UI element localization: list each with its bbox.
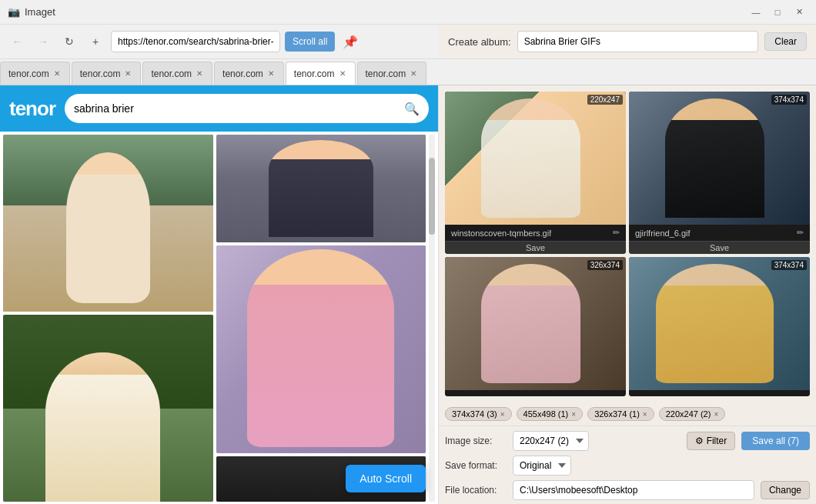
grid-col-2 xyxy=(216,135,426,502)
tab-1-label: tenor.com xyxy=(8,68,49,79)
search-icon[interactable]: 🔍 xyxy=(404,102,420,116)
tab-2-close[interactable]: ✕ xyxy=(123,68,132,78)
scroll-all-button[interactable]: Scroll all xyxy=(285,32,335,52)
size-tag-3-label: 326x374 (1) xyxy=(594,409,640,419)
size-tag-2[interactable]: 455x498 (1) × xyxy=(517,407,584,421)
right-image-3[interactable]: 326x374 xyxy=(445,257,626,390)
tenor-logo: tenor xyxy=(9,97,55,121)
image-1-meta: winstonscoven-tqmbers.gif ✏ xyxy=(445,225,626,241)
file-location-row: File location: Change xyxy=(445,480,810,500)
image-size-label: Image size: xyxy=(445,436,507,446)
size-tag-2-label: 455x498 (1) xyxy=(523,409,569,419)
save-button-1[interactable]: Save xyxy=(445,241,626,254)
auto-scroll-button[interactable]: Auto Scroll xyxy=(346,465,426,492)
bottom-controls: Image size: 220x247 (2) 374x374 (3) 455x… xyxy=(439,426,816,504)
size-tags: 374x374 (3) × 455x498 (1) × 326x374 (1) … xyxy=(439,402,816,426)
scrollbar-thumb[interactable] xyxy=(429,158,435,235)
size-tag-3[interactable]: 326x374 (1) × xyxy=(587,407,654,421)
app-title: Imaget xyxy=(25,6,55,18)
size-tag-2-remove[interactable]: × xyxy=(571,410,576,419)
image-3-dimensions: 326x374 xyxy=(587,260,623,270)
close-button[interactable]: ✕ xyxy=(790,5,808,20)
grid-image-1[interactable] xyxy=(3,135,213,312)
tab-4[interactable]: tenor.com ✕ xyxy=(214,62,284,85)
file-location-label: File location: xyxy=(445,485,507,496)
tab-4-close[interactable]: ✕ xyxy=(266,68,276,78)
right-image-card-3: 326x374 xyxy=(445,257,626,396)
tab-4-label: tenor.com xyxy=(222,68,263,79)
tab-1-close[interactable]: ✕ xyxy=(52,68,62,78)
image-4-dimensions: 374x374 xyxy=(771,260,807,270)
scrollbar[interactable] xyxy=(429,135,435,502)
refresh-button[interactable]: ↻ xyxy=(59,31,80,52)
save-format-row: Save format: Original GIF MP4 WebP xyxy=(445,456,810,476)
address-bar: ← → ↻ + Scroll all 📌 xyxy=(0,25,439,58)
app-logo: 📷 Imaget xyxy=(8,6,747,18)
right-image-2[interactable]: 374x374 xyxy=(629,92,810,225)
size-tag-1-remove[interactable]: × xyxy=(500,410,505,419)
pin-icon[interactable]: 📌 xyxy=(339,31,361,52)
size-tag-4-remove[interactable]: × xyxy=(714,410,718,419)
back-button[interactable]: ← xyxy=(6,31,28,52)
image-size-select[interactable]: 220x247 (2) 374x374 (3) 455x498 (1) 326x… xyxy=(513,431,589,451)
grid-col-1 xyxy=(3,135,213,502)
size-tag-1-label: 374x374 (3) xyxy=(452,409,497,419)
right-image-card-4: 374x374 xyxy=(629,257,810,396)
image-4-meta xyxy=(629,390,810,396)
album-name-input[interactable] xyxy=(517,31,759,52)
tab-5[interactable]: tenor.com ✕ xyxy=(286,62,356,85)
change-button[interactable]: Change xyxy=(761,481,810,499)
size-tag-1[interactable]: 374x374 (3) × xyxy=(445,407,512,421)
tab-6[interactable]: tenor.com ✕ xyxy=(357,62,427,85)
tab-2[interactable]: tenor.com ✕ xyxy=(72,62,142,85)
edit-icon-1[interactable]: ✏ xyxy=(613,228,620,238)
right-image-1[interactable]: 220x247 xyxy=(445,92,626,225)
tenor-search-box: 🔍 xyxy=(65,94,429,123)
minimize-button[interactable]: — xyxy=(747,5,765,20)
filter-label: Filter xyxy=(707,436,727,446)
save-format-select[interactable]: Original GIF MP4 WebP xyxy=(513,456,571,476)
save-all-button[interactable]: Save all (7) xyxy=(741,432,810,450)
maximize-button[interactable]: □ xyxy=(768,5,787,20)
image-2-dimensions: 374x374 xyxy=(771,95,807,105)
grid-image-2[interactable] xyxy=(216,135,426,242)
window-controls: — □ ✕ xyxy=(747,5,808,20)
image-size-row: Image size: 220x247 (2) 374x374 (3) 455x… xyxy=(445,431,810,451)
right-image-4[interactable]: 374x374 xyxy=(629,257,810,390)
image-3-meta xyxy=(445,390,626,396)
filter-icon: ⚙ xyxy=(695,436,704,446)
tab-3[interactable]: tenor.com ✕ xyxy=(142,62,212,85)
grid-image-3[interactable] xyxy=(3,315,213,502)
image-2-meta: gjirlfriend_6.gif ✏ xyxy=(629,225,810,241)
edit-icon-2[interactable]: ✏ xyxy=(797,228,804,238)
size-tag-3-remove[interactable]: × xyxy=(643,410,647,419)
tab-3-close[interactable]: ✕ xyxy=(195,68,204,78)
address-input[interactable] xyxy=(111,31,280,52)
titlebar: 📷 Imaget — □ ✕ xyxy=(0,0,816,25)
browser-panel: tenor 🔍 xyxy=(0,85,439,504)
tab-6-label: tenor.com xyxy=(366,68,406,79)
filter-button[interactable]: ⚙ Filter xyxy=(687,432,736,450)
new-tab-button[interactable]: + xyxy=(85,31,106,52)
tabs-row: tenor.com ✕ tenor.com ✕ tenor.com ✕ teno… xyxy=(0,59,816,85)
right-header: Create album: Clear xyxy=(439,25,816,58)
tab-1[interactable]: tenor.com ✕ xyxy=(0,62,70,85)
grid-image-4[interactable] xyxy=(216,245,426,453)
image-1-filename: winstonscoven-tqmbers.gif xyxy=(451,229,551,238)
tab-6-close[interactable]: ✕ xyxy=(409,68,418,78)
tab-5-close[interactable]: ✕ xyxy=(338,68,347,78)
right-image-card-2: 374x374 gjirlfriend_6.gif ✏ Save xyxy=(629,92,810,254)
image-2-filename: gjirlfriend_6.gif xyxy=(635,229,691,238)
save-format-label: Save format: xyxy=(445,460,507,471)
right-image-card-1: 220x247 winstonscoven-tqmbers.gif ✏ Save xyxy=(445,92,626,254)
size-tag-4[interactable]: 220x247 (2) × xyxy=(659,407,726,421)
file-path-input[interactable] xyxy=(513,480,754,500)
create-album-label: Create album: xyxy=(448,36,511,48)
forward-button[interactable]: → xyxy=(32,31,54,52)
clear-button[interactable]: Clear xyxy=(764,32,807,51)
save-button-2[interactable]: Save xyxy=(629,241,810,254)
main-content: tenor 🔍 xyxy=(0,85,816,504)
tenor-search-input[interactable] xyxy=(74,102,404,115)
tab-2-label: tenor.com xyxy=(80,68,121,79)
app-icon: 📷 xyxy=(8,6,20,18)
